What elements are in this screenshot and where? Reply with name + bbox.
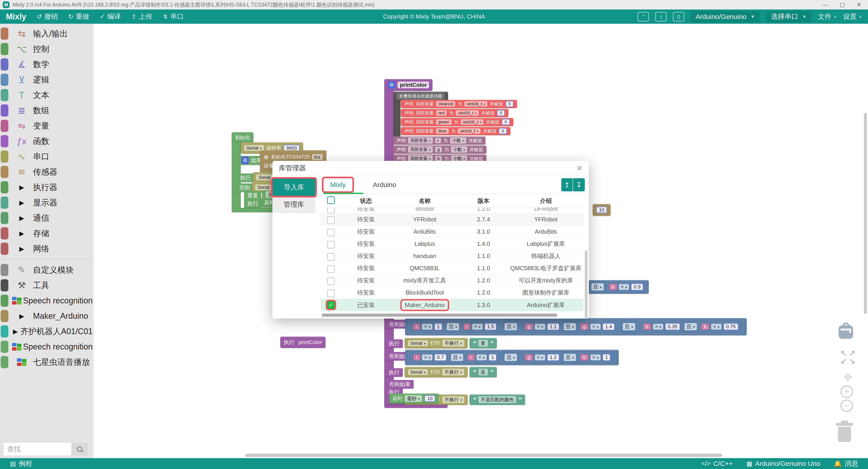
variable-token[interactable]: g [525,324,533,330]
declare-local-variable-block[interactable]: 声明局部变量 green 为 uint16_t 并赋值 0 [401,118,513,126]
table-horizontal-scrollbar[interactable] [322,313,557,317]
function-header-block[interactable]: ⚙printColor [384,79,432,91]
string-block[interactable]: “黄” [469,338,497,348]
sidebar-category-item[interactable]: T 文本 [0,88,93,103]
sidebar-category-item[interactable]: ∿ 串口 [0,149,93,164]
tab-mixly[interactable]: Mixly [323,178,352,191]
column-header[interactable]: 名称 [391,197,459,205]
sidebar-category-item[interactable]: ∡ 数学 [0,57,93,72]
value-token[interactable]: 0.75 [723,323,739,330]
library-row[interactable]: 待安装 ArduBits 3.1.0 ArduBits [321,226,583,238]
sidebar-category-item[interactable]: ▶ Maker_Arduino [0,308,93,324]
compare-block[interactable]: g<1.4 [578,322,617,331]
close-button[interactable]: ✕ [857,2,861,8]
compare-block[interactable]: b>1 [578,353,613,362]
and-operator[interactable]: 且 [684,323,697,330]
file-menu[interactable]: 文件∨ [818,12,837,21]
delay-block[interactable]: 延时毫秒10 [389,394,439,403]
messages-button[interactable]: 🔔消息 [834,459,858,468]
value-token[interactable]: 1.2 [547,354,559,361]
variable-token[interactable]: g [525,354,533,361]
serial-print-row[interactable]: Serial打印不换行 “黄” [405,338,497,348]
and-operator[interactable]: 且 [447,323,459,330]
backpack-button[interactable] [839,323,853,339]
gear-icon[interactable]: ⚙ [388,81,395,89]
toggle-sidepanel-button[interactable]: ⟨ [655,12,666,22]
and-operator[interactable]: 且 [504,354,517,361]
canvas-horizontal-scrollbar[interactable] [245,454,722,457]
function-comment-block[interactable]: 折叠块请在此描述功能 [393,92,448,101]
value-token[interactable]: 1.1 [547,323,559,330]
value-peek-block[interactable]: 10 [593,204,611,216]
row-checkbox[interactable] [327,265,335,273]
sidebar-category-item[interactable]: ⊻ 逻辑 [0,72,93,88]
logic-and-block[interactable]: r>1且r<1.5且g>1.1且g<1.4且b>0.35且b<0.75 [405,318,747,335]
setup-hat-block[interactable]: 初始化 [232,132,253,143]
and-operator[interactable]: 且 [504,323,517,330]
repeat-while-block[interactable]: 重复 [244,191,261,200]
operator-dropdown[interactable]: > [590,355,601,360]
operator-dropdown[interactable]: < [476,355,487,360]
zoom-in-button[interactable]: + [840,386,853,398]
sidebar-category-item[interactable]: ƒx 函数 [0,134,93,149]
compare-block[interactable]: r<1.5 [461,322,499,331]
operator-dropdown[interactable]: < [711,324,721,330]
tab-arduino[interactable]: Arduino [366,178,403,191]
sidebar-category-item[interactable]: ▶ 通信 [0,210,93,226]
variable-token[interactable]: r [413,324,420,330]
operator-dropdown[interactable]: > [653,324,663,330]
operator-dropdown[interactable]: > [422,324,432,330]
library-row[interactable]: 待安装 handuan 1.1.0 韩端机器人 [321,250,583,262]
compile-button[interactable]: ✓编译 [100,12,121,21]
search-input[interactable] [4,443,71,456]
library-row[interactable]: 待安装 BlockBuildTool 1.2.0 图形块制作扩展库 [321,287,583,299]
operator-dropdown[interactable]: > [422,355,432,360]
settings-menu[interactable]: 设置∨ [843,12,862,21]
variable-token[interactable]: r [467,354,474,361]
column-header[interactable]: 介绍 [508,197,583,205]
sidebar-category-item[interactable]: Speech recognition [0,293,93,308]
row-checkbox[interactable] [327,290,335,297]
maximize-button[interactable]: ▢ [840,2,845,8]
and-operator[interactable]: 且 [623,323,635,330]
canvas-vertical-scrollbar[interactable] [864,113,867,314]
value-token[interactable]: 1 [489,354,497,361]
toggle-code-button[interactable]: ⟨⟩ [673,12,684,22]
library-row[interactable]: 待安装 dfrobot 1.2.0 DFRobot [321,208,583,213]
compare-block[interactable]: g>1.1 [523,322,561,331]
board-status[interactable]: ▦Arduino/Genuino Uno [746,460,820,467]
nav-manage-library[interactable]: 管理库 [272,196,315,213]
sidebar-category-item[interactable]: ▶ 存储 [0,226,93,241]
row-checkbox[interactable] [327,277,335,285]
library-row[interactable]: ✓ 已安装 Maker_Arduino 1.3.0 Arduino扩展库 [321,299,583,311]
serial-print-row[interactable]: Serial打印不换行 “蓝” [405,367,497,377]
column-header[interactable]: 状态 [341,197,391,205]
compare-block[interactable]: g<1.2 [523,353,561,362]
upload-button[interactable]: ⇧上传 [131,12,152,21]
dialog-close-button[interactable]: ✕ [577,164,583,173]
operator-dropdown[interactable]: < [590,324,601,330]
compare-block[interactable]: b>0.35 [641,322,682,331]
declare-local-variable-block[interactable]: 声明局部变量 red 为 uint16_t 并赋值 0 [401,109,508,117]
compare-block[interactable]: r<1 [465,353,499,362]
sidebar-category-item[interactable]: ⇆ 输入/输出 [0,26,93,41]
logic-and-block[interactable]: r>0.7且r<1且g<1.2且b>1 [405,350,619,365]
value-token[interactable]: 1.5 [485,323,497,330]
sidebar-category-item[interactable]: ▶ 齐护机器人A01/C01 [0,324,93,339]
variable-token[interactable]: g [580,324,588,330]
library-row[interactable]: 待安装 mixly库开发工具 1.2.0 可以开发mixly库的库 [321,274,583,287]
gear-icon[interactable]: ⚙ [241,157,249,164]
row-checkbox[interactable] [327,229,335,236]
and-operator[interactable]: 且 [451,354,463,361]
sidebar-category-item[interactable]: ▶ 显示器 [0,195,93,210]
declare-local-variable-block[interactable]: 声明 局部变量 g 为 小数 并赋值 [393,145,487,154]
brand-mixly[interactable]: Mixly [6,12,26,22]
search-button[interactable] [71,443,88,456]
sidebar-category-item[interactable]: ≣ 数组 [0,103,93,118]
sidebar-category-item[interactable]: 七星虫语音播放 [0,355,93,370]
variable-token[interactable]: b [643,324,651,330]
undo-button[interactable]: ↺撤销 [37,12,58,21]
library-row[interactable]: 待安装 YFRobot 2.7.4 YFRobot [321,213,583,226]
variable-token[interactable]: r [463,324,470,330]
variable-token[interactable]: b [701,324,709,330]
